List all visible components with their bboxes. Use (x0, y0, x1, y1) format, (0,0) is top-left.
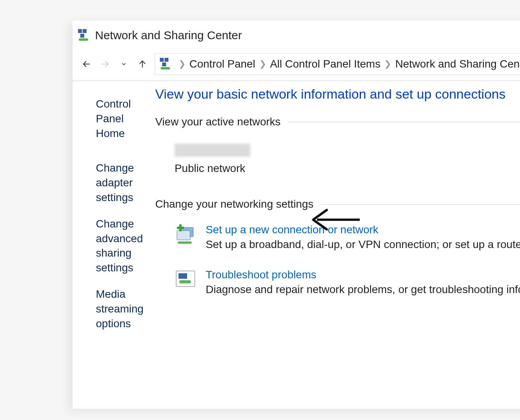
svg-rect-7 (161, 67, 170, 69)
troubleshoot-icon (175, 269, 196, 290)
active-network-block: Public network (175, 144, 520, 175)
content-area: Control Panel Home Change adapter settin… (73, 81, 520, 342)
svg-rect-2 (80, 34, 84, 38)
svg-rect-15 (179, 280, 191, 283)
network-name-redacted (175, 144, 250, 157)
svg-rect-9 (177, 231, 190, 240)
window-title: Network and Sharing Center (95, 29, 242, 42)
section-active-networks: View your active networks (155, 116, 520, 128)
chevron-right-icon: ❯ (384, 59, 391, 69)
breadcrumb-item[interactable]: Network and Sharing Center (395, 58, 520, 70)
title-bar: Network and Sharing Center (73, 21, 520, 49)
svg-rect-5 (165, 58, 168, 62)
breadcrumb-bar[interactable]: ❯ Control Panel ❯ All Control Panel Item… (155, 53, 520, 75)
settings-list: Set up a new connection or network Set u… (155, 224, 520, 296)
chevron-right-icon: ❯ (179, 59, 185, 69)
nav-up-button[interactable] (133, 56, 152, 72)
chevron-right-icon: ❯ (259, 59, 266, 69)
settings-item-troubleshoot: Troubleshoot problems Diagnose and repai… (175, 269, 520, 296)
svg-rect-10 (178, 241, 192, 244)
network-center-icon (77, 28, 91, 42)
svg-rect-12 (177, 227, 184, 229)
svg-rect-0 (78, 29, 82, 33)
divider (321, 204, 520, 205)
control-panel-window: Network and Sharing Center ❯ Control Pan… (73, 21, 520, 409)
breadcrumb-item[interactable]: Control Panel (189, 58, 255, 70)
nav-bar: ❯ Control Panel ❯ All Control Panel Item… (73, 49, 520, 81)
setup-connection-desc: Set up a broadband, dial-up, or VPN conn… (206, 238, 520, 251)
divider (288, 122, 520, 122)
svg-rect-1 (83, 29, 87, 33)
section-change-settings: Change your networking settings (155, 198, 520, 210)
breadcrumb-root-icon (159, 57, 173, 71)
setup-connection-link[interactable]: Set up a new connection or network (206, 224, 520, 236)
settings-item-setup-connection: Set up a new connection or network Set u… (175, 224, 520, 251)
breadcrumb-item[interactable]: All Control Panel Items (270, 58, 381, 70)
svg-rect-6 (162, 62, 166, 66)
nav-recent-dropdown[interactable] (114, 56, 133, 72)
svg-rect-14 (179, 273, 187, 279)
svg-rect-3 (79, 38, 88, 41)
troubleshoot-link[interactable]: Troubleshoot problems (206, 269, 520, 281)
sidebar-link-change-adapter[interactable]: Change adapter settings (96, 161, 144, 205)
network-type-label: Public network (175, 162, 520, 175)
section-heading-label: View your active networks (155, 116, 281, 128)
troubleshoot-desc: Diagnose and repair network problems, or… (206, 283, 520, 296)
section-heading-label: Change your networking settings (155, 198, 314, 210)
sidebar: Control Panel Home Change adapter settin… (73, 81, 155, 342)
sidebar-link-advanced-sharing[interactable]: Change advanced sharing settings (96, 217, 144, 275)
sidebar-home-link[interactable]: Control Panel Home (96, 97, 144, 141)
setup-connection-icon (175, 224, 196, 245)
page-title: View your basic network information and … (155, 87, 520, 102)
main-panel: View your basic network information and … (155, 81, 520, 342)
nav-back-button[interactable] (77, 56, 96, 72)
sidebar-link-media-streaming[interactable]: Media streaming options (96, 287, 144, 331)
svg-rect-4 (160, 58, 164, 62)
nav-forward-button[interactable] (96, 56, 114, 72)
